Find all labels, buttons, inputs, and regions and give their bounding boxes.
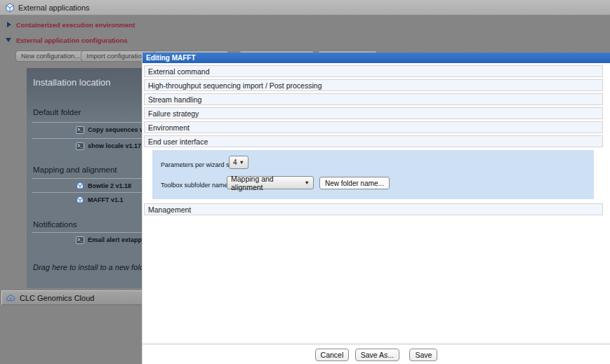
save-button[interactable]: Save xyxy=(409,349,437,361)
list-item-bowtie2[interactable]: Bowtie 2 v1.18 xyxy=(76,180,131,191)
new-configuration-button[interactable]: New configuration... xyxy=(15,50,86,62)
list-item-show-locale[interactable]: >_ show locale v1.17 xyxy=(76,140,141,151)
dialog-footer: Cancel Save As... Save xyxy=(142,344,610,361)
expanded-triangle-icon[interactable] xyxy=(6,38,11,42)
chevron-down-icon: ▼ xyxy=(305,180,310,186)
save-as-button[interactable]: Save As... xyxy=(355,349,399,361)
window-title: External applications xyxy=(18,4,90,12)
params-per-wizard-step-label: Parameters per wizard step xyxy=(161,161,238,168)
terminal-icon: >_ xyxy=(76,142,84,150)
collapsed-triangle-icon[interactable] xyxy=(7,22,11,27)
section-end-user-interface[interactable]: End user interface xyxy=(144,135,603,147)
toolbox-subfolder-name-label: Toolbox subfolder name xyxy=(161,182,228,189)
dialog-titlebar[interactable]: Editing MAFFT xyxy=(142,53,610,63)
tree-item-label[interactable]: External application configurations xyxy=(16,36,128,44)
section-external-command[interactable]: External command xyxy=(144,65,603,77)
list-item-label: Bowtie 2 v1.18 xyxy=(88,182,131,189)
cancel-button[interactable]: Cancel xyxy=(315,349,350,361)
chevron-down-icon: ▼ xyxy=(239,159,244,166)
end-user-interface-panel: Parameters per wizard step 4 ▼ Toolbox s… xyxy=(152,150,594,199)
cloud-icon xyxy=(6,294,16,302)
section-environment[interactable]: Environment xyxy=(144,121,603,133)
tree-item-containerized-env[interactable]: Containerized execution environment xyxy=(7,20,135,29)
section-hts-import[interactable]: High-throughput sequencing import / Post… xyxy=(144,79,603,91)
group-notifications: Notifications xyxy=(33,220,77,229)
group-mapping-alignment: Mapping and alignment xyxy=(33,166,117,174)
section-stream-handling[interactable]: Stream handling xyxy=(144,93,603,105)
drag-hint-text: Drag here to install to a new folder xyxy=(33,263,151,271)
new-folder-name-button[interactable]: New folder name... xyxy=(319,177,390,189)
tree-item-label[interactable]: Containerized execution environment xyxy=(16,21,135,29)
list-item-label: MAFFT v1.1 xyxy=(88,196,124,203)
list-item-label: show locale v1.17 xyxy=(88,142,141,149)
cloud-bar-label: CLC Genomics Cloud xyxy=(20,294,94,302)
external-applications-icon xyxy=(5,3,15,13)
panel-title: Installation location xyxy=(33,77,111,88)
cube-icon xyxy=(76,182,84,190)
section-failure-strategy[interactable]: Failure strategy xyxy=(144,107,603,119)
select-value: 4 xyxy=(233,159,237,166)
editing-mafft-dialog: Editing MAFFT External command High-thro… xyxy=(142,53,610,364)
list-item-mafft[interactable]: MAFFT v1.1 xyxy=(76,194,124,205)
section-management[interactable]: Management xyxy=(144,203,603,215)
params-per-wizard-step-select[interactable]: 4 ▼ xyxy=(229,156,248,169)
select-value: Mapping and alignment xyxy=(231,175,305,191)
screen: External applications Containerized exec… xyxy=(0,0,610,364)
cube-icon xyxy=(76,196,84,204)
toolbox-subfolder-select[interactable]: Mapping and alignment ▼ xyxy=(227,176,314,189)
group-default-folder: Default folder xyxy=(33,108,81,116)
window-titlebar: External applications xyxy=(0,0,610,15)
tree-item-external-app-configs[interactable]: External application configurations xyxy=(6,35,128,45)
terminal-icon: >_ xyxy=(76,126,84,134)
terminal-icon: >_ xyxy=(76,236,84,244)
